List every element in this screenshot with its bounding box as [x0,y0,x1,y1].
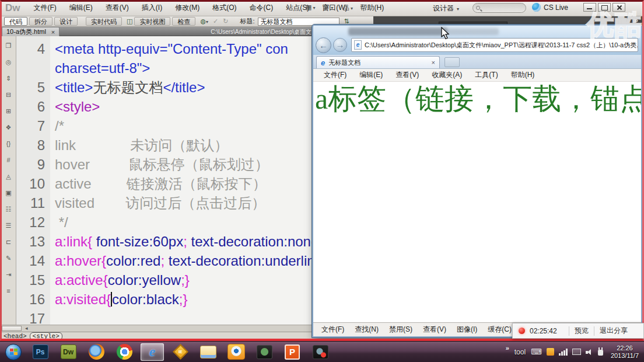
close-button[interactable] [612,3,625,12]
ie-menu-item[interactable]: 收藏夹(A) [425,70,468,80]
firefox-icon[interactable] [85,343,108,361]
dev-menu-item[interactable]: 文件(F) [316,325,349,335]
preview-in-browser-icon[interactable]: ◍▾ [200,18,208,25]
show-hidden-icons[interactable]: » [506,344,509,351]
photoshop-icon[interactable]: Ps [29,343,52,361]
preview-button[interactable]: 预览 [575,326,589,336]
dw-menu-item[interactable]: 插入(I) [135,0,169,16]
ie-menu-item[interactable]: 工具(T) [468,70,504,80]
dw-menu-item[interactable]: 帮助(H) [354,0,390,16]
dw-menu-item[interactable]: 文件(F) [27,0,63,16]
photo-app-icon[interactable] [253,343,276,361]
webcam-app-icon[interactable] [225,343,248,361]
refresh-design-view-icon[interactable]: ↻ [223,18,228,25]
dev-menu-item[interactable]: 图像(I) [452,325,482,335]
collapse-selection-icon[interactable]: ⊟ [6,88,11,105]
ie-tab[interactable]: e 无标题文档 × [316,56,440,68]
dev-menu-item[interactable]: 禁用(S) [384,325,418,335]
design-view-button[interactable]: 设计 [54,17,78,26]
chrome-icon[interactable] [113,343,136,361]
collapse-full-tag-icon[interactable]: ⇕ [6,72,11,88]
address-text: C:\Users\Administrator\Desktop\桌面文件\miao… [365,41,638,50]
internet-explorer-icon[interactable]: e [141,343,164,361]
cs-live-button[interactable]: CS Live [532,3,568,12]
network-signal-tray-icon[interactable] [559,349,568,356]
address-bar[interactable]: e C:\Users\Administrator\Desktop\桌面文件\mi… [351,38,638,52]
line-number: 12 [16,213,45,232]
ie-menu-item[interactable]: 文件(F) [317,70,353,80]
code-segment: ; [183,234,187,249]
ie-page-content: a标签（链接，下载，锚点 [313,82,641,322]
dreamweaver-icon[interactable]: Dw [57,343,80,361]
file-explorer-icon[interactable] [197,343,220,361]
balance-braces-icon[interactable]: {} [6,137,10,154]
ie-titlebar[interactable]: ← → e C:\Users\Administrator\Desktop\桌面文… [313,26,641,55]
show-head-content-icon[interactable]: ◎ [6,55,12,72]
forward-button[interactable]: → [333,38,347,52]
scrollbar-thumb[interactable] [2,326,22,331]
indent-code-icon[interactable]: ⇥ [6,268,11,284]
dw-menu-item[interactable]: 格式(O) [206,0,243,16]
format-source-code-icon[interactable]: ≡ [6,284,10,301]
ie-menu-item[interactable]: 查看(V) [389,70,425,80]
display-tray-icon[interactable] [572,349,581,355]
open-documents-icon[interactable]: ❐ [6,39,12,55]
tag-selector-item[interactable]: <style> [30,332,62,340]
close-tab-icon[interactable]: × [51,29,55,36]
back-button[interactable]: ← [316,37,331,53]
select-parent-tag-icon[interactable]: ❖ [6,121,12,137]
dw-menu-item[interactable]: 编辑(E) [63,0,99,16]
chevron-down-icon: ▾ [331,5,333,11]
input-method-tray-icon[interactable] [547,348,554,356]
screen-recorder-icon[interactable] [309,343,332,361]
dev-menu-item[interactable]: 查找(N) [349,325,384,335]
dw-menu-item[interactable]: 命令(C) [243,0,279,16]
live-view-button[interactable]: 实时视图 [134,17,170,26]
validate-markup-icon[interactable]: ✓ [213,18,218,25]
taskbar-clock[interactable]: 22:26 2013/11/7 [611,344,639,360]
apply-comment-icon[interactable]: ☷ [6,203,12,219]
layout-switcher-button[interactable]: ▦▾ [306,4,315,11]
ie-page-link[interactable]: a标签（链接，下载，锚点 [313,82,641,116]
close-tab-icon[interactable]: × [432,59,435,66]
keyboard-tray-icon[interactable]: ⌨ [531,347,542,356]
syntax-coloring-icon[interactable]: ▣ [5,186,11,203]
tag-selector-item[interactable]: <head> [4,333,27,340]
search-input[interactable] [473,3,526,13]
line-numbers-icon[interactable]: # [6,154,10,170]
volume-tray-icon[interactable] [586,349,593,356]
dw-menu-item[interactable]: 修改(M) [169,0,206,16]
ie-menu-item[interactable]: 编辑(E) [353,70,389,80]
inspect-button[interactable]: 检查 [172,17,195,26]
ietester-icon[interactable]: IE [169,343,192,361]
split-view-icon[interactable]: ◫ [127,18,132,25]
site-management-button[interactable]: 品▾ [343,4,353,12]
app-glyph: P [289,347,295,357]
new-tab-button[interactable] [444,57,460,67]
live-code-button[interactable]: 实时代码 [86,17,122,26]
highlight-invalid-code-icon[interactable]: ◬ [6,170,10,186]
recent-snippets-icon[interactable]: ✎ [6,252,11,268]
clock-time: 22:26 [611,344,639,352]
exit-share-button[interactable]: 退出分享 [600,326,628,336]
minimize-button[interactable] [583,3,596,12]
code-view-button[interactable]: 代码 [4,17,27,26]
ie-tab-row: e 无标题文档 × [313,55,641,69]
restore-button[interactable] [598,3,611,12]
dev-menu-item[interactable]: 查看(V) [418,325,452,335]
expand-panels-icon[interactable]: » [634,16,638,25]
wrap-tag-icon[interactable]: ⊏ [6,235,11,252]
scroll-left-icon[interactable]: ◂ [25,325,28,331]
ie-menu-item[interactable]: 帮助(H) [505,70,541,80]
expand-all-icon[interactable]: ⊞ [6,105,11,121]
workspace-switcher[interactable]: 设计器▾ [433,4,459,13]
extensions-button[interactable]: ✳▾ [324,4,333,11]
pink-p-app-icon[interactable]: P [281,343,304,361]
start-button[interactable] [3,343,24,361]
dw-menu-item[interactable]: 查看(V) [99,0,135,16]
tray-tool-label[interactable]: tool [514,348,526,356]
power-plug-tray-icon[interactable] [598,350,603,356]
remove-comment-icon[interactable]: ☰ [6,219,12,235]
split-view-button[interactable]: 拆分 [29,17,52,26]
document-tab[interactable]: 10-a伪类.html × [2,27,60,36]
